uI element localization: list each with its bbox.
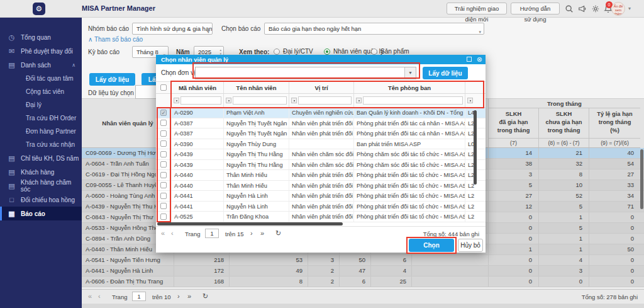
page-input[interactable]: 1 [132,292,146,301]
view-by-radio[interactable]: Đại lý/CTV [274,48,313,55]
prev-page-icon[interactable]: ‹ [98,292,101,300]
sidebar-subitem[interactable]: Tra cứu ĐH Order [0,111,82,125]
report-params-toggle[interactable]: ∧ Tham số báo cáo [88,36,143,43]
select-all-checkbox[interactable] [160,84,167,91]
row-checkbox[interactable] [160,214,167,220]
table-row[interactable]: A-0541 - Nguyễn Tiến Hưng218533506040 [82,255,644,266]
column-header-name[interactable]: Tên nhân viên [224,82,289,93]
modal-get-data-button[interactable]: Lấy dữ liệu [423,67,468,79]
employee-row[interactable]: A-0390Nguyễn Thùy DungBan phát triển MIS… [156,139,486,150]
column-header-c8[interactable]: SLKH chưa gia hạn trong tháng [539,108,589,138]
filter-operator-icon[interactable] [226,98,231,103]
close-icon[interactable]: ⊗ [477,55,482,64]
row-checkbox[interactable] [160,161,167,168]
filter-operator-icon[interactable] [174,98,179,103]
row-checkbox-cell[interactable] [156,170,172,180]
filter-operator-icon[interactable] [291,98,297,103]
chevron-down-icon[interactable]: ▾ [628,6,631,11]
row-checkbox[interactable] [160,172,167,178]
filter-operator-icon[interactable] [356,98,362,103]
new-ui-button[interactable]: Trải nghiệm giao diện mới [447,3,507,14]
row-checkbox-cell[interactable] [156,191,172,201]
sidebar-item[interactable]: ▤Khách hàng chăm sóc [0,179,82,193]
employee-row[interactable]: A-0439Nguyễn Thị Thu HằngNhân viên chăm … [156,149,486,160]
row-checkbox[interactable] [160,203,167,209]
row-checkbox[interactable] [160,151,167,157]
row-checkbox-cell[interactable] [156,202,172,212]
next-page-icon[interactable]: › [177,292,180,300]
row-checkbox[interactable] [160,130,167,137]
sidebar-item[interactable]: ▤Chỉ tiêu KH, DS năm [0,151,82,165]
filter-input-code[interactable] [180,96,221,105]
column-header-code[interactable]: Mã nhân viên [172,82,224,93]
row-checkbox[interactable] [160,182,167,188]
sidebar-item[interactable]: ▤Danh sách∧ [0,58,82,72]
row-checkbox-cell[interactable] [156,181,172,191]
maximize-icon[interactable] [467,57,472,62]
select-all-cell[interactable] [156,82,172,93]
column-header-c9[interactable]: Tỷ lệ gia hạn trong tháng (%) [589,108,640,138]
sidebar-item[interactable]: □Đối chiếu hoa hồng [0,193,82,207]
employee-row[interactable]: A-0387Nguyễn Thị Tuyết NgânNhân viên phá… [156,118,486,129]
view-by-radio[interactable]: Sản phẩm [371,48,409,55]
sidebar-subitem[interactable]: Tra cứu xác nhận [0,138,82,151]
vertical-scrollbar[interactable] [640,149,643,209]
help-button[interactable]: Hướng dẫn sử dụng [511,3,560,14]
sidebar-item[interactable]: ✉Phê duyệt thay đổi [0,44,82,58]
gear-icon[interactable] [591,4,600,13]
megaphone-icon[interactable] [578,4,587,13]
sidebar-item[interactable]: ◷Tổng quan [0,30,82,44]
get-data-button[interactable]: Lấy dữ liệu [89,73,135,86]
select-button[interactable]: Chọn [409,239,454,252]
table-row[interactable]: A-0606 - Đoàn Thị Thu Trang16882625000 [82,277,644,287]
row-checkbox-cell[interactable] [156,118,172,128]
avatar[interactable]: Ấn để xem thêm [611,2,625,16]
column-header-position[interactable]: Vị trí [289,82,354,93]
employee-row[interactable]: A-0439Nguyễn Thị Thu HằngNhân viên chăm … [156,160,486,171]
row-checkbox-cell[interactable]: ✓ [156,108,172,118]
next-page-icon[interactable]: › [250,229,253,237]
unit-combobox[interactable]: ▼ [195,67,416,79]
row-checkbox-cell[interactable] [156,139,172,149]
report-select[interactable]: Báo cáo gia hạn theo ngày hết hạn▾ [264,23,484,35]
column-header-extra[interactable] [465,82,486,93]
employee-row[interactable]: A-0440Thân Minh HiếuNhân viên phát triển… [156,170,486,181]
filter-input-department[interactable] [363,96,463,105]
table-row[interactable]: A-0441 - Nguyễn Hà Linh172492474030 [82,266,644,277]
refresh-icon[interactable]: ↻ [275,229,281,237]
prev-page-icon[interactable]: ‹ [171,229,174,237]
row-checkbox[interactable] [160,120,167,126]
column-header-department[interactable]: Tên phòng ban [354,82,465,93]
filter-operator-icon[interactable] [467,98,473,103]
sidebar-item[interactable]: ▤Khách hàng [0,165,82,179]
chevron-down-icon[interactable]: ▼ [404,67,416,79]
refresh-icon[interactable]: ↻ [203,292,208,300]
employee-row[interactable]: ✓A-0290Phạm Việt AnhChuyên viên nghiên c… [156,108,486,118]
column-header-c7[interactable]: SLKH đã gia hạn trong tháng [489,108,539,138]
modal-header[interactable]: Chọn nhân viên quản lý ⊗ [156,55,486,64]
row-checkbox-cell[interactable] [156,160,172,170]
sidebar-subitem[interactable]: Cộng tác viên [0,85,82,98]
employee-row[interactable]: A-0525Trần Đăng KhoaNhân viên phát triển… [156,212,486,222]
sidebar-subitem[interactable]: Đại lý [0,98,82,111]
employee-row[interactable]: A-0441Nguyễn Hà LinhNhân viên phát triển… [156,202,486,212]
employee-row[interactable]: A-0387Nguyễn Thị Tuyết NgânNhân viên phá… [156,128,486,139]
horizontal-scrollbar[interactable] [157,222,343,225]
row-checkbox-cell[interactable] [156,212,172,222]
page-input[interactable]: 1 [205,229,219,238]
row-checkbox[interactable]: ✓ [160,110,167,116]
row-checkbox-cell[interactable] [156,149,172,159]
filter-input-name[interactable] [233,96,287,105]
sidebar-subitem[interactable]: Đơn hàng Partner [0,125,82,138]
report-group-select[interactable]: Tình hình sử dụng & gia hạn▾ [132,23,213,35]
row-checkbox[interactable] [160,193,167,199]
first-page-icon[interactable]: « [88,292,92,300]
row-checkbox[interactable] [160,140,167,147]
sidebar-item[interactable]: ▦Báo cáo [0,207,82,220]
employee-row[interactable]: A-0441Nguyễn Hà LinhNhân viên phát triển… [156,191,486,202]
cancel-button[interactable]: Hủy bỏ [458,239,483,252]
row-checkbox-cell[interactable] [156,128,172,139]
first-page-icon[interactable]: « [161,229,165,237]
employee-row[interactable]: A-0440Thân Minh HiếuNhân viên phát triển… [156,181,486,191]
last-page-icon[interactable]: » [187,292,191,300]
